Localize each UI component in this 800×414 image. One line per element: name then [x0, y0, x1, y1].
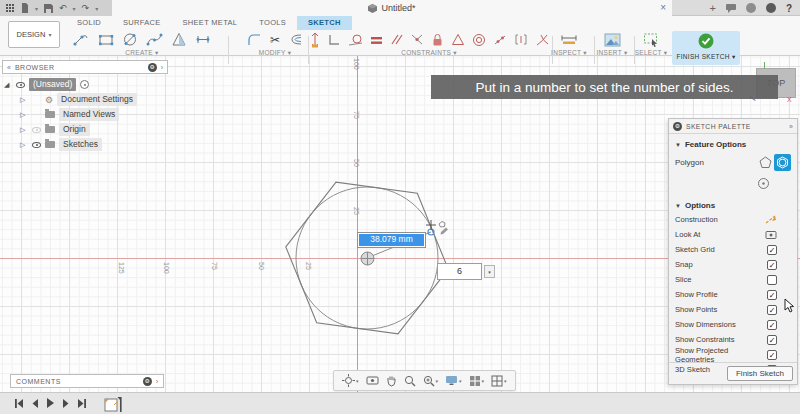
browser-tree-row[interactable]: ▷ Sketches [4, 137, 168, 152]
curvature-constraint-icon[interactable] [535, 33, 549, 47]
extensions-icon[interactable] [746, 3, 756, 13]
finish-sketch-palette-button[interactable]: Finish Sketch [727, 366, 793, 381]
skip-to-end-icon[interactable] [77, 398, 87, 409]
browser-collapse-icon[interactable]: « [7, 64, 11, 71]
feature-options-section-header[interactable]: ▼ Feature Options [669, 134, 797, 151]
symmetry-constraint-icon[interactable] [451, 33, 465, 46]
timeline-sketch-feature-icon[interactable] [104, 396, 126, 413]
coincident-constraint-icon[interactable] [410, 33, 424, 46]
ribbon-tab[interactable]: SOLID [66, 16, 112, 30]
visibility-eye-icon[interactable] [32, 142, 41, 148]
insert-image-icon[interactable] [604, 33, 621, 47]
comments-expand-icon[interactable]: › [156, 378, 158, 385]
sketch-dimension-icon[interactable] [310, 32, 320, 48]
ribbon-tab[interactable]: SKETCH [297, 16, 352, 30]
option-checkbox[interactable]: ✓ [767, 305, 777, 315]
document-tab[interactable]: Untitled* × [112, 0, 672, 16]
sides-dropdown-icon[interactable]: ▾ [484, 265, 495, 278]
step-back-icon[interactable] [31, 398, 39, 409]
spline-tool-icon[interactable] [146, 32, 163, 47]
orbit-icon[interactable]: ▾ [342, 374, 359, 387]
comments-icon[interactable]: ⚙ [143, 377, 152, 386]
expander-open-icon[interactable]: ◢ [4, 81, 12, 89]
fillet-tool-icon[interactable] [247, 32, 262, 47]
ribbon-tab[interactable]: SURFACE [112, 16, 172, 30]
offset-tool-icon[interactable] [288, 32, 303, 47]
circumscribed-polygon-icon-selected[interactable] [774, 154, 791, 171]
viewports-icon[interactable]: ▾ [491, 375, 507, 387]
parallel-constraint-icon[interactable] [390, 33, 403, 46]
option-checkbox[interactable]: ✓ [767, 290, 777, 300]
undo-caret-icon[interactable]: ▾ [73, 5, 76, 12]
line-tool-icon[interactable] [73, 32, 90, 47]
skip-to-start-icon[interactable] [14, 398, 24, 409]
palette-dock-icon[interactable]: » [789, 123, 793, 130]
browser-node-label[interactable]: Document Settings [57, 93, 137, 106]
ribbon-tab[interactable]: SHEET METAL [172, 16, 249, 30]
redo-icon[interactable]: ↷ [82, 0, 90, 16]
expander-closed-icon[interactable]: ▷ [20, 141, 28, 149]
browser-node-label[interactable]: Sketches [59, 138, 102, 151]
browser-root-row[interactable]: ◢ (Unsaved) [4, 77, 168, 92]
fix-lock-icon[interactable] [431, 33, 444, 47]
concentric-constraint-icon[interactable] [472, 33, 486, 47]
browser-header[interactable]: « BROWSER ⚙ › [2, 60, 168, 74]
edge-polygon-icon[interactable] [757, 154, 774, 171]
option-checkbox[interactable]: ✓ [767, 260, 777, 270]
slot-tool-icon[interactable] [195, 32, 211, 47]
sketch-canvas[interactable]: 125 100 75 50 25 100 75 50 25 38.079 mm … [0, 56, 800, 392]
app-grid-icon[interactable] [6, 4, 15, 13]
expander-closed-icon[interactable]: ▷ [20, 126, 28, 134]
insert-group-label[interactable]: INSERT ▾ [592, 49, 632, 57]
option-checkbox[interactable]: ✓ [767, 320, 777, 330]
play-icon[interactable] [46, 397, 55, 409]
ribbon-tab[interactable]: TOOLS [248, 16, 297, 30]
rectangle-tool-icon[interactable] [98, 32, 114, 47]
midpoint-constraint-icon[interactable] [514, 33, 528, 46]
modify-group-label[interactable]: MODIFY ▾ [232, 49, 318, 57]
comments-panel[interactable]: COMMENTS ⚙ › [10, 374, 164, 388]
radius-dimension-input[interactable]: 38.079 mm [357, 232, 426, 248]
display-settings-icon[interactable]: ▾ [445, 375, 462, 386]
browser-root-label[interactable]: (Unsaved) [29, 78, 76, 91]
expander-closed-icon[interactable]: ▷ [20, 111, 28, 119]
constraints-group-label[interactable]: CONSTRAINTS ▾ [312, 49, 546, 57]
zoom-window-icon[interactable]: ▾ [423, 375, 439, 387]
redo-caret-icon[interactable]: ▾ [95, 5, 98, 12]
browser-node-label[interactable]: Named Views [59, 108, 119, 121]
visibility-eye-icon[interactable] [16, 82, 25, 88]
option-icon[interactable] [765, 230, 777, 240]
option-checkbox[interactable]: ✓ [767, 335, 777, 345]
inscribed-polygon-icon[interactable] [755, 175, 772, 192]
profile-avatar-icon[interactable] [766, 3, 776, 13]
equal-constraint-icon[interactable] [370, 34, 383, 46]
file-menu-icon[interactable] [21, 3, 29, 13]
comment-bubble-icon[interactable] [726, 4, 736, 13]
zoom-icon[interactable] [404, 375, 416, 387]
expander-closed-icon[interactable]: ▷ [20, 96, 28, 104]
select-group-label[interactable]: SELECT ▾ [630, 49, 672, 57]
collinear-constraint-icon[interactable] [493, 33, 507, 46]
polygon-tool-icon[interactable] [171, 32, 187, 47]
browser-expand-icon[interactable]: › [161, 64, 163, 71]
palette-gear-icon[interactable]: ⚙ [673, 122, 682, 131]
option-checkbox[interactable]: ✓ [767, 245, 777, 255]
select-window-icon[interactable] [643, 32, 660, 47]
browser-tree-row[interactable]: ▷ Named Views [4, 107, 168, 122]
browser-node-label[interactable]: Origin [59, 123, 90, 136]
option-checkbox[interactable]: ✓ [767, 350, 777, 360]
browser-tree-row[interactable]: ▷ ⚙ Document Settings [4, 92, 168, 107]
undo-icon[interactable]: ↶ [59, 0, 67, 16]
circle-tool-icon[interactable] [122, 32, 138, 47]
look-at-icon[interactable] [366, 375, 379, 386]
visibility-eye-icon[interactable] [32, 127, 41, 133]
help-icon[interactable]: ? [786, 3, 792, 14]
browser-settings-icon[interactable]: ⚙ [148, 63, 157, 72]
workspace-selector-design[interactable]: DESIGN ▾ [8, 21, 60, 48]
grid-settings-icon[interactable]: ▾ [469, 375, 485, 387]
option-icon[interactable] [765, 214, 777, 225]
origin-point[interactable] [360, 251, 375, 266]
sides-count-input[interactable]: 6 [437, 263, 482, 280]
create-group-label[interactable]: CREATE ▾ [62, 49, 222, 57]
tab-close-icon[interactable]: × [660, 0, 666, 15]
